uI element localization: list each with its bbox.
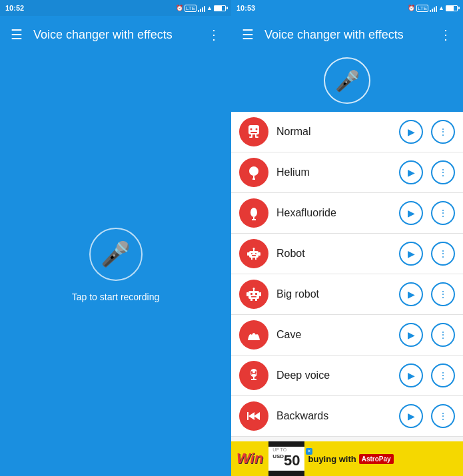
ad-content: Win ✕ UP TO USD 50 buying with AstroPay — [231, 441, 463, 476]
svg-rect-25 — [250, 293, 252, 295]
helium-more-button[interactable]: ⋮ — [431, 160, 455, 184]
svg-rect-32 — [250, 299, 252, 301]
helium-play-button[interactable]: ▶ — [399, 160, 423, 184]
big-robot-more-button[interactable]: ⋮ — [431, 282, 455, 306]
battery-icon — [214, 5, 226, 11]
svg-marker-36 — [248, 412, 254, 420]
normal-more-button[interactable]: ⋮ — [431, 120, 455, 144]
svg-rect-16 — [255, 253, 256, 254]
svg-point-35 — [255, 371, 257, 373]
svg-rect-21 — [258, 252, 260, 256]
hexafluoride-more-button[interactable]: ⋮ — [431, 201, 455, 225]
ad-win-text: Win — [231, 441, 268, 476]
right-app-bar: ☰ Voice changer with effects ⋮ — [231, 16, 463, 53]
helium-icon — [239, 158, 268, 187]
robot-more-button[interactable]: ⋮ — [431, 242, 455, 266]
right-status-bar: 10:53 ⏰ LTE ▲ — [231, 0, 463, 16]
left-app-title: Voice changer with effects — [33, 28, 197, 42]
svg-point-11 — [250, 208, 257, 217]
svg-point-2 — [256, 128, 258, 130]
tap-to-record-text: Tap to start recording — [72, 292, 160, 302]
ad-brand-text: AstroPay — [359, 454, 394, 464]
robot-icon — [239, 239, 268, 268]
normal-icon — [239, 117, 268, 146]
big-robot-label: Big robot — [276, 288, 391, 300]
svg-rect-26 — [255, 293, 257, 295]
list-item: Big robot ▶ ⋮ — [231, 274, 463, 315]
alarm-icon: ⏰ — [176, 5, 183, 11]
right-signal-icon — [430, 4, 437, 12]
deep-voice-label: Deep voice — [276, 369, 391, 381]
cave-icon — [239, 320, 268, 350]
svg-rect-38 — [247, 412, 248, 420]
svg-rect-20 — [247, 252, 249, 256]
cave-more-button[interactable]: ⋮ — [431, 323, 455, 347]
normal-play-button[interactable]: ▶ — [399, 120, 423, 144]
list-item: Hexafluoride ▶ ⋮ — [231, 193, 463, 234]
right-more-icon[interactable]: ⋮ — [439, 27, 452, 43]
cave-label: Cave — [276, 329, 391, 341]
svg-rect-15 — [251, 253, 252, 254]
effects-list: Normal ▶ ⋮ Helium ▶ ⋮ — [231, 112, 463, 441]
svg-point-29 — [253, 288, 255, 290]
backwards-icon — [239, 401, 268, 431]
hexafluoride-play-button[interactable]: ▶ — [399, 201, 423, 225]
list-item: Deep voice ▶ ⋮ — [231, 356, 463, 396]
svg-rect-7 — [255, 136, 258, 138]
svg-rect-23 — [255, 258, 256, 260]
svg-rect-22 — [251, 258, 252, 260]
right-wifi-icon: ▲ — [438, 5, 444, 11]
hexafluoride-icon — [239, 198, 268, 228]
svg-rect-3 — [250, 132, 257, 133]
big-robot-icon — [239, 280, 268, 309]
right-mic-icon: 🎤 — [335, 69, 360, 93]
list-item: Normal ▶ ⋮ — [231, 112, 463, 152]
right-header: ☰ Voice changer with effects ⋮ 🎤 — [231, 16, 463, 112]
right-alarm-icon: ⏰ — [408, 5, 415, 11]
ad-amount-row: USD 50 — [272, 452, 300, 469]
deep-voice-play-button[interactable]: ▶ — [399, 363, 423, 387]
right-battery-icon — [446, 5, 458, 11]
right-app-title: Voice changer with effects — [264, 28, 428, 42]
hexafluoride-label: Hexafluoride — [276, 207, 391, 219]
cave-play-button[interactable]: ▶ — [399, 323, 423, 347]
backwards-label: Backwards — [276, 410, 391, 422]
left-app-bar: ☰ Voice changer with effects ⋮ — [0, 16, 231, 53]
backwards-more-button[interactable]: ⋮ — [431, 404, 455, 428]
svg-marker-37 — [254, 412, 260, 420]
svg-rect-30 — [246, 292, 248, 296]
left-more-icon[interactable]: ⋮ — [207, 27, 221, 43]
ad-banner[interactable]: Win ✕ UP TO USD 50 buying with AstroPay — [231, 441, 463, 476]
right-status-icons: ⏰ LTE ▲ — [408, 4, 458, 12]
svg-rect-6 — [249, 136, 252, 138]
svg-rect-33 — [255, 299, 257, 301]
svg-rect-27 — [251, 296, 256, 298]
svg-point-1 — [250, 128, 252, 130]
backwards-play-button[interactable]: ▶ — [399, 404, 423, 428]
record-button[interactable]: 🎤 — [89, 228, 143, 281]
hamburger-icon[interactable]: ☰ — [11, 27, 23, 43]
svg-rect-17 — [252, 255, 256, 256]
helium-label: Helium — [276, 166, 391, 178]
list-item: Cave ▶ ⋮ — [231, 315, 463, 356]
left-status-bar: 10:52 ⏰ LTE ▲ — [0, 0, 231, 16]
ad-amount: UP TO USD 50 — [268, 447, 304, 470]
signal-icon — [198, 4, 205, 12]
left-status-icons: ⏰ LTE ▲ — [176, 4, 226, 12]
deep-voice-icon — [239, 361, 268, 390]
deep-voice-more-button[interactable]: ⋮ — [431, 363, 455, 387]
ad-upto: UP TO — [272, 447, 300, 452]
list-item: Robot ▶ ⋮ — [231, 234, 463, 274]
big-robot-play-button[interactable]: ▶ — [399, 282, 423, 306]
right-network-label: LTE — [416, 5, 428, 12]
ad-usd-label: UP TO USD 50 — [272, 447, 300, 469]
robot-play-button[interactable]: ▶ — [399, 242, 423, 266]
ad-xs-badge: ✕ — [306, 448, 312, 455]
svg-rect-24 — [248, 291, 259, 299]
right-time: 10:53 — [236, 4, 255, 12]
right-record-button[interactable]: 🎤 — [324, 57, 370, 104]
svg-point-19 — [253, 248, 255, 250]
right-hamburger-icon[interactable]: ☰ — [242, 27, 254, 43]
mic-icon: 🎤 — [101, 240, 131, 268]
ad-usd: USD — [272, 453, 284, 459]
